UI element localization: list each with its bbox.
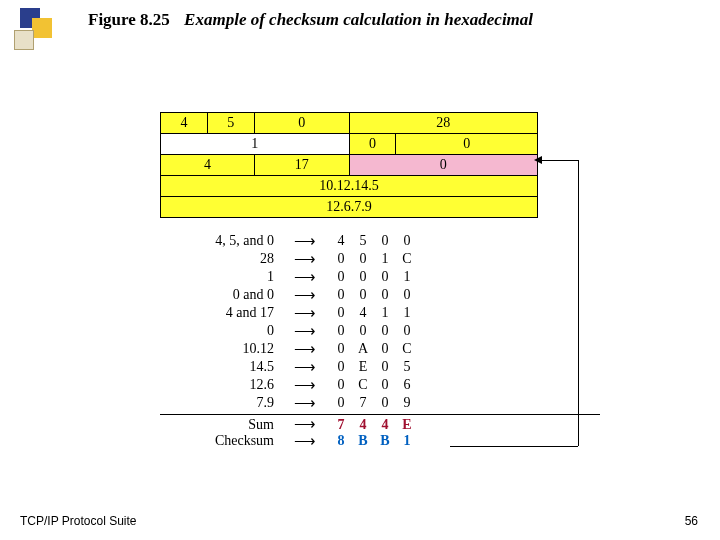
arrow-icon: ⟶ xyxy=(280,360,330,375)
figure-label: Figure 8.25 xyxy=(88,10,170,29)
calc-row: 4 and 17⟶0411 xyxy=(160,304,600,322)
checksum-hex-0: 8 xyxy=(330,433,352,449)
hex-digit: 0 xyxy=(352,323,374,339)
hex-digit: 7 xyxy=(352,395,374,411)
calc-row-label: 28 xyxy=(160,251,280,267)
hex-digit: 0 xyxy=(330,305,352,321)
cell-src-ip: 10.12.14.5 xyxy=(161,176,538,197)
cell-checksum: 0 xyxy=(349,155,538,176)
figure-caption: Example of checksum calculation in hexad… xyxy=(184,10,533,29)
checksum-row: Checksum ⟶ 8 B B 1 xyxy=(160,432,600,450)
footer-text: TCP/IP Protocol Suite xyxy=(20,514,137,528)
hex-digit: C xyxy=(396,251,418,267)
arrow-icon: ⟶ xyxy=(280,342,330,357)
sum-label: Sum xyxy=(160,417,280,433)
cell-dst-ip: 12.6.7.9 xyxy=(161,197,538,218)
calc-row: 4, 5, and 0⟶4500 xyxy=(160,232,600,250)
hex-digit: 0 xyxy=(374,377,396,393)
calc-row-label: 7.9 xyxy=(160,395,280,411)
arrow-icon: ⟶ xyxy=(280,324,330,339)
hex-digit: 0 xyxy=(330,359,352,375)
hex-digit: 0 xyxy=(396,233,418,249)
calc-row: 12.6⟶0C06 xyxy=(160,376,600,394)
calc-row: 14.5⟶0E05 xyxy=(160,358,600,376)
calc-row-label: 12.6 xyxy=(160,377,280,393)
sum-hex-2: 4 xyxy=(374,417,396,433)
checksum-label: Checksum xyxy=(160,433,280,449)
calc-row: 0⟶0000 xyxy=(160,322,600,340)
hex-digit: 0 xyxy=(396,287,418,303)
arrowhead-icon xyxy=(534,156,542,164)
hex-digit: 0 xyxy=(374,233,396,249)
hex-digit: 0 xyxy=(330,395,352,411)
calc-row-label: 4, 5, and 0 xyxy=(160,233,280,249)
hex-digit: 0 xyxy=(374,287,396,303)
arrow-icon: ⟶ xyxy=(280,306,330,321)
hex-digit: 0 xyxy=(330,251,352,267)
cell-total-length: 28 xyxy=(349,113,538,134)
calc-row: 10.12⟶0A0C xyxy=(160,340,600,358)
hex-digit: 5 xyxy=(352,233,374,249)
hex-digit: 0 xyxy=(330,341,352,357)
sum-hex-0: 7 xyxy=(330,417,352,433)
hex-digit: 0 xyxy=(330,377,352,393)
arrow-icon: ⟶ xyxy=(280,288,330,303)
hex-digit: 0 xyxy=(374,341,396,357)
hex-digit: 0 xyxy=(374,269,396,285)
hex-digit: 0 xyxy=(396,323,418,339)
calc-row: 7.9⟶0709 xyxy=(160,394,600,412)
hex-calculation: 4, 5, and 0⟶450028⟶001C1⟶00010 and 0⟶000… xyxy=(160,232,600,450)
ip-header-table: 4 5 0 28 1 0 0 4 17 0 10.12.14.5 12.6.7.… xyxy=(160,112,538,218)
hex-digit: C xyxy=(396,341,418,357)
hex-digit: 9 xyxy=(396,395,418,411)
checksum-hex-1: B xyxy=(352,433,374,449)
arrow-icon: ⟶ xyxy=(280,378,330,393)
hex-digit: 0 xyxy=(374,359,396,375)
hex-digit: 0 xyxy=(330,323,352,339)
hex-digit: 1 xyxy=(396,269,418,285)
hex-digit: 0 xyxy=(352,287,374,303)
hex-digit: 4 xyxy=(330,233,352,249)
cell-identification: 1 xyxy=(161,134,350,155)
hex-digit: C xyxy=(352,377,374,393)
calc-row: 0 and 0⟶0000 xyxy=(160,286,600,304)
hex-digit: 0 xyxy=(330,287,352,303)
arrow-icon: ⟶ xyxy=(280,234,330,249)
checksum-hex-3: 1 xyxy=(396,433,418,449)
sum-hex-3: E xyxy=(396,417,418,433)
page-number: 56 xyxy=(685,514,698,528)
hex-digit: 0 xyxy=(330,269,352,285)
pointer-line xyxy=(578,160,579,446)
slide-logo xyxy=(14,8,58,52)
arrow-icon: ⟶ xyxy=(280,252,330,267)
calc-row-label: 14.5 xyxy=(160,359,280,375)
cell-flags: 0 xyxy=(349,134,396,155)
figure-title: Figure 8.25 Example of checksum calculat… xyxy=(88,10,533,30)
calc-row-label: 0 xyxy=(160,323,280,339)
hex-digit: 6 xyxy=(396,377,418,393)
pointer-line xyxy=(538,160,578,161)
calc-row-label: 1 xyxy=(160,269,280,285)
checksum-hex-2: B xyxy=(374,433,396,449)
hex-digit: E xyxy=(352,359,374,375)
arrow-icon: ⟶ xyxy=(280,270,330,285)
hex-digit: 1 xyxy=(374,305,396,321)
hex-digit: 1 xyxy=(396,305,418,321)
sum-row: Sum ⟶ 7 4 4 E xyxy=(160,414,600,432)
hex-digit: A xyxy=(352,341,374,357)
sum-hex-1: 4 xyxy=(352,417,374,433)
hex-digit: 0 xyxy=(352,251,374,267)
hex-digit: 0 xyxy=(374,323,396,339)
calc-row: 28⟶001C xyxy=(160,250,600,268)
arrow-icon: ⟶ xyxy=(280,417,330,432)
arrow-icon: ⟶ xyxy=(280,434,330,449)
calc-row-label: 0 and 0 xyxy=(160,287,280,303)
arrow-icon: ⟶ xyxy=(280,396,330,411)
cell-ttl: 4 xyxy=(161,155,255,176)
pointer-line xyxy=(450,446,578,447)
hex-digit: 0 xyxy=(352,269,374,285)
cell-service: 0 xyxy=(254,113,349,134)
hex-digit: 4 xyxy=(352,305,374,321)
cell-version: 4 xyxy=(161,113,208,134)
cell-frag-offset: 0 xyxy=(396,134,538,155)
